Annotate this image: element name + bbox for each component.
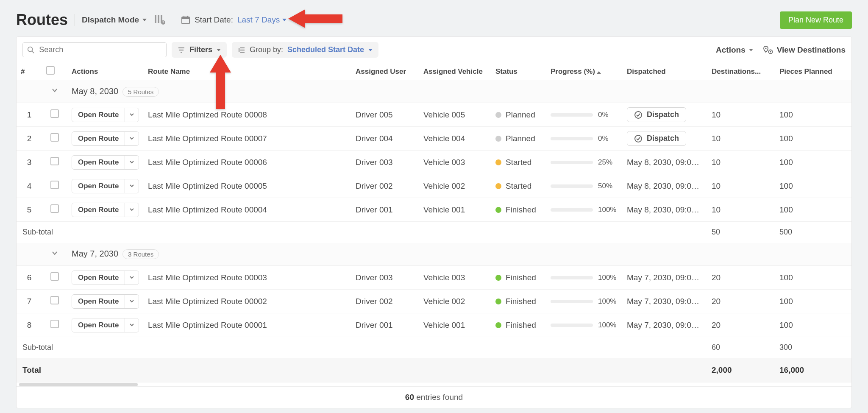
dispatched-cell: May 8, 2030, 09:00 AM <box>623 151 707 174</box>
group-header-row[interactable]: May 7, 2030 3 Routes <box>17 243 851 266</box>
page-title: Routes <box>16 11 68 29</box>
svg-point-25 <box>635 135 642 142</box>
scrollbar-thumb[interactable] <box>19 383 138 386</box>
settings-icon-button[interactable] <box>153 13 167 27</box>
subtotal-pieces: 300 <box>775 337 851 358</box>
actions-label: Actions <box>716 45 746 55</box>
row-checkbox[interactable] <box>50 296 59 304</box>
chevron-down-icon <box>282 19 287 21</box>
assigned-user-cell: Driver 002 <box>351 290 419 313</box>
table-row: 1Open RouteLast Mile Optimized Route 000… <box>17 103 851 127</box>
svg-point-12 <box>28 47 33 51</box>
group-by-button[interactable]: Group by: Scheduled Start Date <box>232 42 378 58</box>
tune-icon <box>155 15 166 25</box>
open-route-dropdown[interactable] <box>125 108 139 122</box>
destinations-cell: 10 <box>707 151 775 174</box>
row-checkbox[interactable] <box>50 157 59 165</box>
group-by-value: Scheduled Start Date <box>287 45 364 54</box>
pieces-planned-cell: 100 <box>775 313 851 337</box>
progress-cell: 100% <box>551 297 618 306</box>
open-route-dropdown[interactable] <box>125 203 139 217</box>
open-route-dropdown[interactable] <box>125 179 139 193</box>
group-icon <box>238 46 245 54</box>
assigned-vehicle-cell: Vehicle 001 <box>419 198 491 222</box>
assigned-vehicle-cell: Vehicle 004 <box>419 127 491 151</box>
destinations-cell: 10 <box>707 198 775 222</box>
open-route-button[interactable]: Open Route <box>72 155 139 170</box>
open-route-button[interactable]: Open Route <box>72 294 139 309</box>
dispatch-mode-dropdown[interactable]: Dispatch Mode <box>82 15 147 25</box>
col-number[interactable]: # <box>17 63 42 80</box>
svg-rect-0 <box>155 15 156 23</box>
svg-rect-9 <box>187 16 188 18</box>
row-checkbox[interactable] <box>50 181 59 189</box>
chevron-down-icon[interactable] <box>51 250 58 258</box>
horizontal-scrollbar[interactable] <box>17 382 851 386</box>
table-row: 2Open RouteLast Mile Optimized Route 000… <box>17 127 851 151</box>
row-checkbox[interactable] <box>50 109 59 118</box>
col-dispatched[interactable]: Dispatched <box>623 63 707 80</box>
dispatched-value: May 8, 2030, 09:00 AM <box>627 181 707 190</box>
row-checkbox[interactable] <box>50 272 59 281</box>
toolbar: Filters Group by: Scheduled Start Date A… <box>17 37 851 63</box>
open-route-dropdown[interactable] <box>125 156 139 169</box>
open-route-button[interactable]: Open Route <box>72 108 139 122</box>
col-assigned-vehicle[interactable]: Assigned Vehicle <box>419 63 491 80</box>
subtotal-row: Sub-total60300 <box>17 337 851 358</box>
open-route-dropdown[interactable] <box>125 132 139 145</box>
search-input-wrapper[interactable] <box>22 42 167 57</box>
route-name-cell: Last Mile Optimized Route 00007 <box>144 127 351 151</box>
open-route-button[interactable]: Open Route <box>72 203 139 217</box>
pieces-planned-cell: 100 <box>775 174 851 198</box>
start-date-filter[interactable]: Start Date: Last 7 Days <box>181 15 287 25</box>
row-number: 7 <box>17 290 42 313</box>
open-route-dropdown[interactable] <box>125 271 139 285</box>
col-assigned-user[interactable]: Assigned User <box>351 63 419 80</box>
pieces-planned-cell: 100 <box>775 151 851 174</box>
row-checkbox[interactable] <box>50 204 59 213</box>
dispatch-button[interactable]: Dispatch <box>627 107 686 122</box>
table-footer: 60 entries found <box>17 386 851 408</box>
row-checkbox[interactable] <box>50 133 59 142</box>
chevron-down-icon[interactable] <box>51 87 58 95</box>
col-pieces-planned[interactable]: Pieces Planned <box>775 63 851 80</box>
view-destinations-label: View Destinations <box>777 45 846 55</box>
open-route-dropdown[interactable] <box>125 295 139 308</box>
col-actions[interactable]: Actions <box>67 63 144 80</box>
search-input[interactable] <box>39 45 162 54</box>
route-name-cell: Last Mile Optimized Route 00004 <box>144 198 351 222</box>
divider <box>75 14 75 26</box>
svg-rect-1 <box>158 15 159 23</box>
col-route-name[interactable]: Route Name <box>144 63 351 80</box>
open-route-button[interactable]: Open Route <box>72 318 139 332</box>
select-all-checkbox[interactable] <box>46 66 55 75</box>
row-number: 1 <box>17 103 42 127</box>
entries-count: 60 <box>405 393 414 402</box>
view-destinations-button[interactable]: View Destinations <box>763 45 846 55</box>
col-select-all[interactable] <box>42 63 67 80</box>
destinations-cell: 20 <box>707 290 775 313</box>
assigned-vehicle-cell: Vehicle 003 <box>419 151 491 174</box>
col-status[interactable]: Status <box>491 63 546 80</box>
assigned-vehicle-cell: Vehicle 002 <box>419 174 491 198</box>
open-route-button[interactable]: Open Route <box>72 131 139 146</box>
col-progress[interactable]: Progress (%) <box>546 63 623 80</box>
open-route-dropdown[interactable] <box>125 318 139 332</box>
plan-new-route-button[interactable]: Plan New Route <box>780 11 852 29</box>
svg-marker-10 <box>288 9 342 28</box>
dispatch-button[interactable]: Dispatch <box>627 131 686 146</box>
open-route-button[interactable]: Open Route <box>72 179 139 193</box>
actions-menu[interactable]: Actions <box>716 45 753 55</box>
pieces-planned-cell: 100 <box>775 198 851 222</box>
route-name-cell: Last Mile Optimized Route 00005 <box>144 174 351 198</box>
map-pin-icon <box>763 45 773 55</box>
row-checkbox[interactable] <box>50 320 59 328</box>
route-name-cell: Last Mile Optimized Route 00003 <box>144 266 351 290</box>
status-dot <box>495 183 501 189</box>
group-count-badge: 5 Routes <box>122 87 159 97</box>
group-header-row[interactable]: May 8, 2030 5 Routes <box>17 80 851 103</box>
dispatched-value: May 8, 2030, 09:00 AM <box>627 205 707 214</box>
open-route-button[interactable]: Open Route <box>72 271 139 285</box>
col-destinations[interactable]: Destinations... <box>707 63 775 80</box>
calendar-icon <box>181 15 190 25</box>
